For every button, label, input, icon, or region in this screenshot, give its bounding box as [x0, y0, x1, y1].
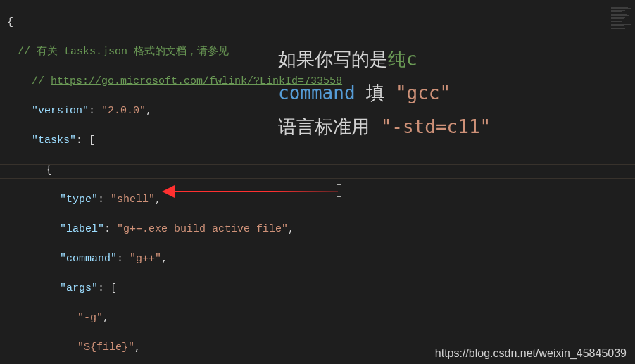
code-line: "label": "g++.exe build active file",: [7, 222, 635, 237]
code-line: "-g",: [7, 310, 635, 325]
text-cursor-icon: [339, 184, 339, 197]
arrow-head-icon: [162, 185, 175, 198]
code-line: "args": [: [7, 281, 635, 296]
code-line: {: [7, 15, 635, 30]
minimap[interactable]: [611, 6, 632, 34]
code-line: "command": "g++",: [7, 251, 635, 266]
annotation-overlay: 如果你写的是纯c command 填 "gcc" 语言标准用 "-std=c11…: [278, 42, 491, 144]
arrow-annotation: [162, 185, 338, 199]
watermark-text: https://blog.csdn.net/weixin_45845039: [435, 347, 627, 360]
code-line: {: [7, 163, 635, 177]
